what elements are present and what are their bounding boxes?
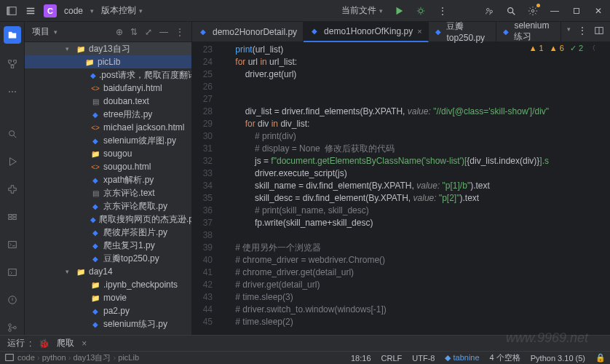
tree-file[interactable]: <>sougou.html xyxy=(25,160,191,173)
editor-tab[interactable]: ◆豆瓣top250.py xyxy=(429,22,496,42)
tree-file[interactable]: ◆xpath解析.py xyxy=(25,173,191,186)
code-content[interactable]: print(url_list) for url in url_list: dri… xyxy=(218,42,610,335)
tree-file[interactable]: ◆etree用法.py xyxy=(25,108,191,121)
file-encoding[interactable]: UTF-8 xyxy=(412,354,435,363)
search-tool-icon[interactable] xyxy=(5,127,20,141)
services-icon[interactable] xyxy=(5,210,20,224)
panel-more-icon[interactable]: ⋮ xyxy=(175,27,184,37)
tree-file[interactable]: ◆pa2.py xyxy=(25,304,191,317)
project-tool-icon[interactable] xyxy=(4,26,21,44)
tree-folder[interactable]: 📁picLib xyxy=(25,55,191,68)
svg-rect-14 xyxy=(8,218,11,220)
tabs-more-icon[interactable]: ⋮ xyxy=(578,25,587,38)
svg-rect-10 xyxy=(11,66,14,68)
svg-point-11 xyxy=(9,131,14,136)
restore-icon[interactable] xyxy=(571,5,582,17)
tree-file[interactable]: ◆爬取搜狗网页的杰克逊.py xyxy=(25,213,191,226)
tabnine-widget[interactable]: ◆ tabnine xyxy=(445,353,479,363)
chevron-down-icon[interactable]: ▾ xyxy=(54,28,58,36)
python-packages-icon[interactable] xyxy=(5,182,20,197)
run-label: 运行: xyxy=(7,337,31,349)
project-badge[interactable]: C xyxy=(44,4,57,17)
file-tree: ▾📁day13自习 📁picLib ◆.post请求，爬取百度翻译.py<>ba… xyxy=(25,42,191,335)
editor-tab[interactable]: ◆selenium练习 xyxy=(496,22,561,42)
more-tool-icon[interactable]: ⋯ xyxy=(5,84,20,99)
inspections[interactable]: ▲ 1 ▲ 6 ✓ 2 〈 xyxy=(529,44,595,53)
weak-warning-indicator[interactable]: ✓ 2 xyxy=(570,44,583,53)
run-config-dropdown[interactable]: 当前文件 ▾ xyxy=(341,4,383,17)
status-dock-icon[interactable] xyxy=(4,352,15,364)
expand-icon[interactable]: ⇅ xyxy=(130,27,138,37)
svg-rect-13 xyxy=(12,215,15,217)
tree-file[interactable]: ◆selenium练习.py xyxy=(25,317,191,331)
tab-close-icon[interactable]: × xyxy=(417,27,421,36)
collapse-icon[interactable]: ⤢ xyxy=(145,27,152,37)
menu-icon[interactable] xyxy=(25,5,36,17)
split-icon[interactable] xyxy=(594,25,604,38)
inspections-chevron[interactable]: 〈 xyxy=(589,44,595,53)
collab-icon[interactable] xyxy=(483,5,495,17)
interpreter-widget[interactable]: Python 3.10 (5) xyxy=(531,354,585,363)
more-icon[interactable]: ⋮ xyxy=(437,5,448,17)
editor-tab[interactable]: ◆demo1HonorOfKing.py× xyxy=(304,22,429,42)
tab-dropdown-icon[interactable]: ▾ xyxy=(567,25,571,38)
cursor-position[interactable]: 18:16 xyxy=(351,354,371,363)
structure-icon[interactable] xyxy=(5,57,20,71)
project-panel: 项目 ▾ ⊕ ⇅ ⤢ — ⋮ ▾📁day13自习 📁picLib ◆.post请… xyxy=(25,22,192,335)
run-config-name[interactable]: 爬取 xyxy=(57,337,74,349)
tree-file[interactable]: 📁sougou xyxy=(25,147,191,160)
svg-rect-8 xyxy=(8,60,11,63)
search-icon[interactable] xyxy=(505,5,517,17)
error-indicator[interactable]: ▲ 1 xyxy=(529,44,544,53)
svg-point-19 xyxy=(8,324,11,327)
settings-icon[interactable] xyxy=(527,5,539,17)
debug-icon[interactable] xyxy=(415,5,427,17)
vcs-dropdown[interactable]: 版本控制 ▾ xyxy=(101,4,143,17)
chevron-down-icon[interactable]: ▾ xyxy=(90,7,94,15)
problems-icon[interactable] xyxy=(5,293,20,307)
python-console-icon[interactable] xyxy=(5,237,20,252)
run-tool-icon[interactable] xyxy=(5,154,20,169)
tree-file[interactable]: 📁.ipynb_checkpoints xyxy=(25,278,191,291)
tree-file[interactable]: ▤douban.text xyxy=(25,95,191,108)
titlebar: C code ▾ 版本控制 ▾ 当前文件 ▾ ⋮ — ✕ xyxy=(0,0,610,22)
tree-file[interactable]: <>michael jackson.html xyxy=(25,121,191,134)
gutter[interactable]: 2324252627282930313233343536373839404142… xyxy=(192,42,218,335)
terminal-icon[interactable] xyxy=(5,265,20,280)
select-opened-icon[interactable]: ⊕ xyxy=(116,27,123,37)
line-separator[interactable]: CRLF xyxy=(381,354,403,363)
run-tab-close[interactable]: × xyxy=(82,339,87,349)
tree-file[interactable]: ◆.post请求，爬取百度翻译.py xyxy=(25,68,191,82)
tree-folder[interactable]: ▾📁day13自习 xyxy=(25,42,191,55)
tree-file[interactable]: ▤京东评论.text xyxy=(25,186,191,199)
breadcrumbs[interactable]: code › python › day13自习 › picLib xyxy=(17,352,139,363)
tree-file[interactable]: ◆爬彼岸茶图片.py xyxy=(25,226,191,239)
code-area[interactable]: ▲ 1 ▲ 6 ✓ 2 〈 23242526272829303132333435… xyxy=(192,42,610,335)
tree-file[interactable]: ◆京东评论爬取.py xyxy=(25,199,191,213)
tree-file[interactable]: ◆selenium彼岸图.py xyxy=(25,134,191,147)
svg-rect-1 xyxy=(7,7,10,15)
editor-tab[interactable]: ◆demo2HonorDetail.py xyxy=(192,22,304,42)
tree-folder[interactable]: ▾📁day14 xyxy=(25,265,191,278)
main-area: ⋯ 项目 ▾ ⊕ ⇅ ⤢ — ⋮ ▾📁day13自习 📁picLib ◆.pos… xyxy=(0,22,610,335)
titlebar-right: 当前文件 ▾ ⋮ — ✕ xyxy=(341,4,604,17)
svg-point-3 xyxy=(487,8,490,11)
tree-file[interactable]: ◆爬虫复习1.py xyxy=(25,239,191,252)
svg-rect-15 xyxy=(12,218,15,220)
tree-file[interactable]: <>baidufanyi.html xyxy=(25,82,191,95)
close-icon[interactable]: ✕ xyxy=(593,5,604,17)
dock-icon[interactable] xyxy=(6,5,17,17)
svg-point-4 xyxy=(490,10,493,13)
tree-file[interactable]: ◆豆瓣top250.py xyxy=(25,252,191,265)
indent-widget[interactable]: 4 个空格 xyxy=(490,352,520,363)
minimize-icon[interactable]: — xyxy=(549,5,561,17)
tree-file[interactable]: 📁movie xyxy=(25,291,191,304)
hide-icon[interactable]: — xyxy=(159,27,168,37)
svg-point-6 xyxy=(531,9,534,12)
project-panel-header: 项目 ▾ ⊕ ⇅ ⤢ — ⋮ xyxy=(25,22,191,42)
lock-icon[interactable]: 🔒 xyxy=(595,353,606,363)
run-icon[interactable] xyxy=(393,5,405,17)
warning-indicator[interactable]: ▲ 6 xyxy=(550,44,564,53)
vcs-tool-icon[interactable] xyxy=(5,320,20,335)
svg-rect-17 xyxy=(8,269,16,276)
